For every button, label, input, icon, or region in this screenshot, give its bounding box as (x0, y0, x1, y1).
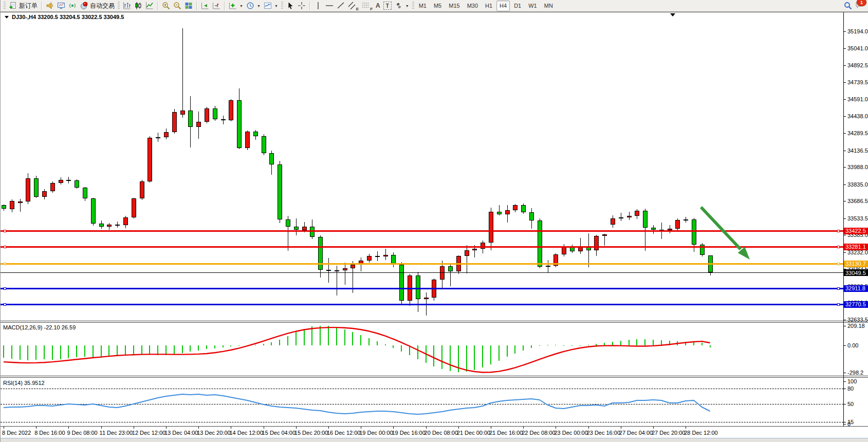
line-handle[interactable] (4, 230, 6, 232)
horizontal-line-object[interactable] (1, 263, 843, 265)
time-tick (653, 427, 654, 429)
timeframe-button-mn[interactable]: MN (541, 1, 556, 11)
line-handle[interactable] (4, 263, 6, 265)
notifications-button[interactable]: 1 (855, 1, 863, 11)
bar-chart-mode-button[interactable] (121, 1, 133, 11)
time-tick-label: 15 Dec 20:00 (294, 430, 328, 436)
line-handle[interactable] (837, 263, 840, 265)
line-handle[interactable] (4, 246, 6, 248)
candle (375, 256, 380, 257)
chart-shift-button[interactable] (211, 1, 222, 11)
rsi-axis-splitter[interactable] (1, 426, 868, 427)
time-tick-label: 23 Dec 00:00 (554, 430, 587, 436)
chart-list-button[interactable] (44, 1, 56, 11)
line-handle[interactable] (4, 303, 6, 306)
price-line-label: 33130.7 (844, 261, 868, 267)
main-toolbar: 新订单 (1, 0, 868, 12)
horizontal-line-object[interactable] (1, 246, 843, 248)
time-tick-label: 16 Dec 12:00 (327, 430, 360, 436)
main-macd-splitter[interactable] (1, 321, 868, 321)
vertical-line-tool-button[interactable] (312, 1, 324, 11)
new-order-button[interactable]: 新订单 (7, 1, 39, 11)
candle (594, 236, 599, 250)
candle (10, 201, 14, 210)
horizontal-line-object[interactable] (1, 230, 843, 232)
indicators-button[interactable]: ▼ (227, 1, 245, 11)
line-handle[interactable] (837, 246, 840, 248)
candle (538, 220, 542, 267)
macd-histogram-bar (223, 345, 224, 347)
search-icon[interactable] (844, 2, 852, 10)
macd-rsi-splitter[interactable] (1, 377, 868, 378)
line-handle[interactable] (4, 287, 6, 290)
market-watch-button[interactable] (56, 1, 67, 11)
macd-histogram-bar (360, 335, 361, 345)
rsi-label: RSI(14) 35.9512 (3, 380, 45, 386)
time-tick-label: 12 Dec 12:00 (132, 430, 165, 436)
horizontal-line-object[interactable] (1, 304, 843, 305)
auto-trading-button[interactable]: 自动交易 (78, 1, 116, 11)
chart-window[interactable]: DJ30-,H4 33200.5 33204.5 33022.5 33049.5… (1, 12, 868, 437)
candle (18, 201, 23, 203)
macd-rsi-splitter[interactable] (1, 376, 868, 376)
line-handle[interactable] (837, 230, 840, 232)
horizontal-line-object[interactable] (1, 288, 843, 289)
time-tick-label: 9 Dec 08:00 (67, 430, 97, 436)
timeframe-button-d1[interactable]: D1 (511, 1, 524, 11)
text-label-tool-button[interactable]: T (382, 1, 393, 11)
text-tool-button[interactable]: A (374, 1, 382, 11)
periods-button[interactable]: ▼ (245, 1, 262, 11)
macd-histogram-bar (563, 345, 564, 346)
zoom-in-button[interactable] (160, 1, 172, 11)
candlestick-icon (134, 2, 142, 10)
signals-button[interactable] (67, 1, 78, 11)
macd-histogram-bar (458, 345, 459, 372)
toolbar-grip[interactable] (412, 2, 414, 10)
macd-tick-label: 0.00 (847, 342, 858, 348)
toolbar-grip[interactable] (118, 2, 120, 10)
candlestick-mode-button[interactable] (133, 1, 144, 11)
macd-histogram-bar (653, 340, 654, 345)
cursor-tool-button[interactable] (285, 1, 296, 11)
shift-marker-icon[interactable] (670, 13, 675, 16)
horizontal-line-tool-button[interactable] (324, 1, 335, 11)
crosshair-tool-button[interactable] (296, 1, 307, 11)
tile-windows-button[interactable] (183, 1, 194, 11)
macd-histogram-bar (206, 345, 207, 349)
channel-letter: E (356, 7, 359, 11)
timeframe-button-m5[interactable]: M5 (431, 1, 445, 11)
zoom-out-button[interactable] (172, 1, 183, 11)
main-macd-splitter[interactable] (1, 322, 868, 323)
macd-histogram-bar (490, 345, 491, 364)
timeframe-button-m15[interactable]: M15 (446, 1, 463, 11)
timeframe-button-m1[interactable]: M1 (416, 1, 430, 11)
line-handle[interactable] (837, 287, 840, 290)
macd-histogram-bar (141, 345, 142, 355)
timeframe-button-m30[interactable]: M30 (464, 1, 481, 11)
arrows-tool-button[interactable]: ▼ (393, 1, 411, 11)
timeframe-button-h1[interactable]: H1 (482, 1, 495, 11)
annotation-arrow-head[interactable] (738, 247, 750, 260)
toolbar-grip[interactable] (281, 2, 283, 10)
toolbar-grip[interactable] (4, 2, 6, 10)
macd-histogram-bar (328, 326, 329, 345)
templates-button[interactable]: ▼ (262, 1, 280, 11)
candle (59, 180, 63, 183)
line-handle[interactable] (837, 303, 840, 306)
macd-histogram-bar (523, 345, 524, 351)
symbol-dropdown-icon[interactable] (5, 16, 9, 19)
auto-scroll-button[interactable] (199, 1, 211, 11)
candle (269, 153, 274, 164)
fibonacci-tool-button[interactable]: F (360, 1, 374, 11)
candle (132, 198, 136, 217)
timeframe-button-w1[interactable]: W1 (525, 1, 540, 11)
line-chart-mode-button[interactable] (144, 1, 155, 11)
channel-tool-button[interactable]: E (346, 1, 360, 11)
candle (237, 100, 242, 148)
trendline-tool-button[interactable] (335, 1, 346, 11)
candle (465, 250, 469, 256)
time-tick-label: 19 Dec 00:00 (359, 430, 393, 436)
macd-histogram-bar (174, 345, 175, 354)
timeframe-button-h4[interactable]: H4 (496, 1, 510, 11)
macd-histogram-bar (157, 345, 158, 355)
